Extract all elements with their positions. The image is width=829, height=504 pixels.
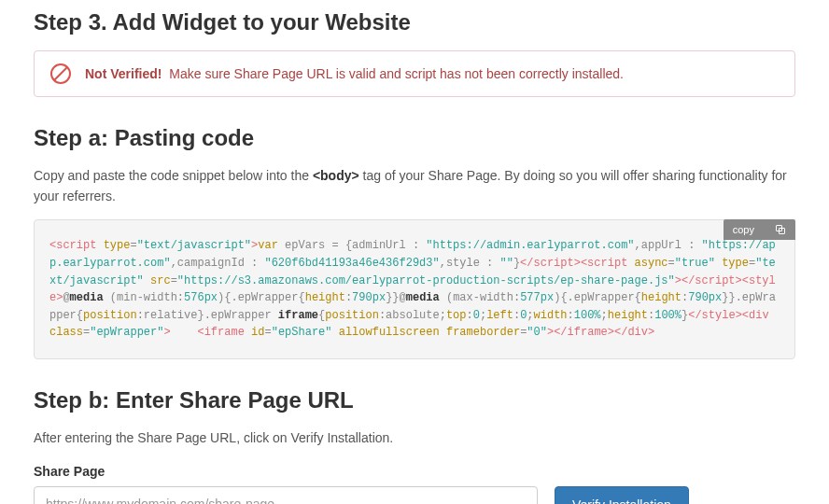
step-a-paragraph: Copy and paste the code snippet below in… xyxy=(34,166,795,206)
share-page-input[interactable] xyxy=(34,486,538,504)
verify-installation-button[interactable]: Verify Installation xyxy=(555,486,689,504)
step-b-paragraph: After entering the Share Page URL, click… xyxy=(34,428,795,449)
step3-title: Step 3. Add Widget to your Website xyxy=(34,9,795,35)
share-page-form-row: Verify Installation xyxy=(34,486,795,504)
step-a-text-before: Copy and paste the code snippet below in… xyxy=(34,168,313,183)
share-page-label: Share Page xyxy=(34,464,795,479)
copy-icon xyxy=(775,224,786,235)
not-verified-alert: Not Verified! Make sure Share Page URL i… xyxy=(34,50,795,97)
body-tag-literal: <body> xyxy=(313,168,359,183)
step-a-title: Step a: Pasting code xyxy=(34,125,795,151)
prohibited-icon xyxy=(49,63,72,85)
step-b-title: Step b: Enter Share Page URL xyxy=(34,387,795,413)
alert-strong: Not Verified! xyxy=(85,66,162,81)
copy-button[interactable]: copy xyxy=(724,219,795,240)
alert-message: Make sure Share Page URL is valid and sc… xyxy=(169,66,624,81)
svg-line-1 xyxy=(54,67,67,80)
code-block: copy <script type="text/javascript">var … xyxy=(34,219,795,359)
code-snippet[interactable]: <script type="text/javascript">var epVar… xyxy=(34,219,795,359)
alert-text: Not Verified! Make sure Share Page URL i… xyxy=(85,66,624,81)
copy-button-label: copy xyxy=(733,224,754,235)
